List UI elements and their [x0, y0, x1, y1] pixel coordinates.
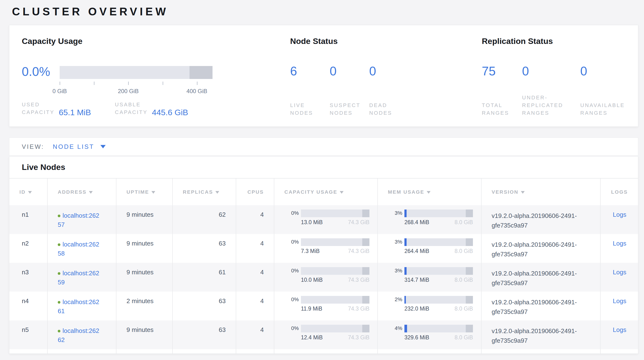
live-nodes-card: Live Nodes IDADDRESSUPTIMEREPLICASCPUSCA…: [9, 156, 638, 354]
capacity-usage-mini-chart: 0% 13.0 MiB 74.3 GiB: [284, 210, 377, 226]
under-replicated-ranges-stat: 0 UNDER- REPLICATED RANGES: [522, 64, 580, 117]
logs-link[interactable]: Logs: [613, 240, 626, 247]
node-id-cell: n5: [9, 320, 48, 349]
logs-link[interactable]: Logs: [613, 269, 626, 276]
mem-percent-label: 2%: [388, 296, 402, 303]
node-id-cell: n2: [9, 234, 48, 263]
capacity-bar-reserved-segment: [190, 66, 212, 79]
capacity-used-value: 10.0 MiB: [301, 277, 323, 283]
node-status-title: Node Status: [290, 25, 477, 46]
mem-usage-mini-chart: 4% 329.6 MiB 8.0 GiB: [388, 325, 481, 341]
capacity-usage-bar: [301, 210, 370, 217]
cpus-cell: 4: [236, 292, 274, 320]
uptime-cell: 9 minutes: [116, 205, 172, 234]
capacity-usage-mini-chart: 0% 11.9 MiB 74.3 GiB: [284, 296, 377, 312]
node-address-link[interactable]: localhost:26262: [58, 326, 101, 344]
replicas-cell: 62: [172, 205, 236, 234]
table-row: n1 localhost:26257 9 minutes 62 4 0% 13.…: [9, 205, 638, 234]
logs-link[interactable]: Logs: [613, 297, 626, 305]
node-id-cell: n1: [9, 205, 48, 234]
node-live-status-dot: [58, 272, 60, 275]
capacity-percent-label: 0%: [284, 210, 299, 217]
usable-capacity-stat: USABLE CAPACITY 445.6 GiB: [115, 101, 188, 116]
axis-tick: [197, 82, 198, 85]
sort-desc-icon: [152, 191, 155, 194]
version-cell: v19.2.0-alpha.20190606-2491-gfe735c9a97: [492, 297, 593, 316]
mem-usage-bar: [404, 267, 473, 275]
mem-used-value: 268.4 MiB: [404, 219, 429, 226]
mem-total-value: 8.0 GiB: [454, 219, 473, 226]
mem-total-value: 8.0 GiB: [454, 277, 473, 283]
cpus-cell: 4: [236, 263, 274, 292]
column-header-replicas[interactable]: REPLICAS: [172, 178, 236, 205]
view-dropdown-value: NODE LIST: [53, 143, 94, 150]
column-header-version[interactable]: VERSION: [481, 178, 600, 205]
node-address-link[interactable]: localhost:26261: [58, 297, 101, 316]
column-header-id[interactable]: ID: [9, 178, 48, 205]
capacity-bar-reserved-segment: [362, 267, 370, 275]
node-live-status-dot: [58, 330, 60, 332]
mem-usage-bar: [404, 325, 473, 332]
mem-total-value: 8.0 GiB: [454, 248, 473, 254]
capacity-percent-label: 0%: [284, 296, 299, 303]
used-capacity-stat: USED CAPACITY 65.1 MiB: [22, 101, 91, 116]
sort-desc-icon: [89, 191, 93, 194]
column-header-mem-usage[interactable]: MEM USAGE: [378, 178, 481, 205]
replicas-cell: 63: [172, 320, 236, 349]
mem-usage-mini-chart: 3% 314.7 MiB 8.0 GiB: [388, 267, 481, 283]
capacity-used-value: 11.9 MiB: [301, 305, 322, 312]
live-nodes-title: Live Nodes: [22, 162, 638, 172]
cpus-cell: 4: [236, 205, 274, 234]
capacity-used-value: 13.0 MiB: [301, 219, 323, 226]
replication-status-section: Replication Status 75 TOTAL RANGES 0 UND…: [482, 25, 644, 126]
table-header-row: IDADDRESSUPTIMEREPLICASCPUSCAPACITY USAG…: [9, 178, 638, 205]
sort-desc-icon: [427, 191, 430, 194]
capacity-total-value: 74.3 GiB: [348, 334, 370, 341]
node-live-status-dot: [58, 301, 60, 304]
column-header-address[interactable]: ADDRESS: [48, 178, 116, 205]
mem-bar-fill: [404, 238, 406, 246]
dead-nodes-stat: 0 DEAD NODES: [369, 64, 409, 117]
capacity-total-value: 74.3 GiB: [348, 305, 370, 312]
unavailable-ranges-stat: 0 UNAVAILABLE RANGES: [580, 64, 640, 117]
capacity-usage-chart: 0.0% 0 GiB200 GiB400 GiB: [22, 65, 285, 95]
capacity-bar-reserved-segment: [362, 238, 370, 246]
column-header-capacity-usage[interactable]: CAPACITY USAGE: [274, 178, 378, 205]
replicas-cell: 63: [172, 292, 236, 320]
view-dropdown[interactable]: NODE LIST: [53, 143, 106, 150]
mem-usage-bar: [404, 296, 473, 304]
mem-usage-mini-chart: 2% 232.0 MiB 8.0 GiB: [388, 296, 481, 312]
logs-link[interactable]: Logs: [613, 326, 626, 333]
column-header-cpus: CPUS: [236, 178, 274, 205]
node-address-link[interactable]: localhost:26259: [58, 269, 101, 287]
cpus-cell: 4: [236, 234, 274, 263]
mem-usage-bar: [404, 238, 473, 246]
capacity-usage-bar: [301, 238, 370, 246]
mem-bar-reserved-segment: [466, 296, 473, 304]
capacity-percent-label: 0%: [284, 238, 299, 246]
capacity-percent-label: 0%: [284, 267, 299, 274]
uptime-cell: 9 minutes: [116, 320, 172, 349]
table-row: n3 localhost:26259 9 minutes 61 4 0% 10.…: [9, 263, 638, 292]
sort-desc-icon: [521, 191, 525, 194]
suspect-nodes-stat: 0 SUSPECT NODES: [330, 64, 369, 117]
capacity-usage-bar: [301, 325, 370, 332]
capacity-usage-bar: [301, 296, 370, 304]
live-nodes-stat: 6 LIVE NODES: [290, 64, 330, 117]
version-cell: v19.2.0-alpha.20190606-2491-gfe735c9a97: [492, 211, 593, 230]
mem-percent-label: 3%: [388, 267, 402, 274]
replicas-cell: 63: [172, 234, 236, 263]
node-status-section: Node Status 6 LIVE NODES 0 SUSPECT NODES: [290, 25, 477, 126]
capacity-usage-mini-chart: 0% 7.3 MiB 74.3 GiB: [284, 238, 377, 254]
mem-percent-label: 4%: [388, 325, 402, 332]
node-live-status-dot: [58, 215, 60, 217]
node-id-cell: n3: [9, 263, 48, 292]
mem-percent-label: 3%: [388, 238, 402, 246]
node-address-link[interactable]: localhost:26258: [58, 240, 101, 258]
node-address-link[interactable]: localhost:26257: [58, 211, 101, 229]
mem-bar-fill: [404, 325, 407, 332]
sort-desc-icon: [216, 191, 219, 194]
sort-desc-icon: [28, 191, 32, 194]
logs-link[interactable]: Logs: [613, 211, 626, 218]
column-header-uptime[interactable]: UPTIME: [116, 178, 172, 205]
